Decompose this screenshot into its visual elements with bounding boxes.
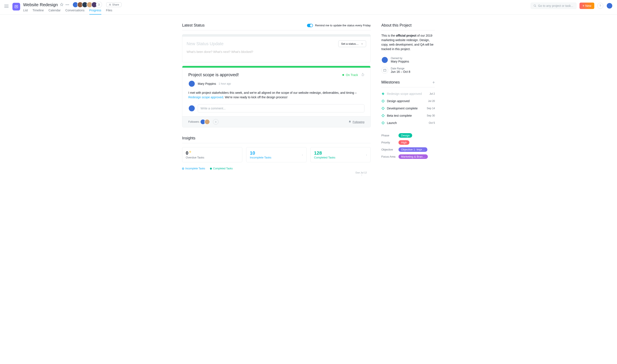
add-milestone-button[interactable]: + bbox=[432, 80, 435, 85]
cf-value-pill[interactable]: High bbox=[399, 140, 409, 145]
milestone-label: Development complete bbox=[387, 107, 417, 110]
milestones-title: Milestones bbox=[381, 80, 400, 85]
member-overflow-count[interactable]: 3 bbox=[96, 2, 102, 8]
milestone-label: Beta test complete bbox=[387, 114, 412, 117]
milestone-label: Design approved bbox=[387, 99, 410, 103]
cf-label: Focus Area bbox=[381, 155, 399, 158]
svg-rect-8 bbox=[384, 69, 386, 72]
search-icon bbox=[534, 4, 537, 7]
bell-icon bbox=[348, 120, 351, 123]
owner-name: Mary Poppins bbox=[391, 60, 409, 63]
compose-title: New Status Update bbox=[187, 41, 223, 46]
milestone-row[interactable]: Beta test completeSep 30 bbox=[381, 114, 435, 117]
custom-field-row: PhaseDesign bbox=[381, 133, 435, 138]
insight-overdue[interactable]: 0✦ Overdue Tasks bbox=[182, 147, 242, 162]
insights-title: Insights bbox=[182, 136, 195, 141]
cf-value-pill[interactable]: Objective 1: Impr… bbox=[399, 147, 427, 152]
tabs: List Timeline Calendar Conversations Pro… bbox=[23, 9, 613, 14]
set-status-dropdown[interactable]: Set a status… bbox=[338, 40, 366, 47]
add-follower-button[interactable]: + bbox=[213, 119, 218, 125]
custom-field-row: PriorityHigh bbox=[381, 140, 435, 145]
status-compose[interactable]: New Status Update Set a status… What's b… bbox=[182, 34, 371, 62]
like-button[interactable] bbox=[361, 73, 364, 77]
author-avatar[interactable] bbox=[188, 80, 195, 87]
about-title: About this Project bbox=[381, 23, 412, 28]
share-button[interactable]: Share bbox=[106, 2, 121, 7]
svg-point-6 bbox=[534, 5, 535, 6]
tab-conversations[interactable]: Conversations bbox=[65, 9, 85, 14]
project-title: Website Redesign bbox=[23, 2, 58, 7]
svg-point-5 bbox=[110, 4, 111, 5]
milestone-icon bbox=[381, 114, 385, 117]
svg-marker-12 bbox=[382, 92, 384, 95]
legend-completed[interactable]: Completed Tasks bbox=[210, 167, 233, 170]
new-button[interactable]: + New bbox=[579, 2, 594, 9]
comment-input[interactable]: Write a comment... bbox=[198, 104, 364, 112]
chevron-down-icon bbox=[361, 43, 363, 45]
cf-label: Priority bbox=[381, 141, 399, 144]
milestone-label: Redesign scope approved bbox=[387, 92, 422, 95]
status-title: Project scope is approved! bbox=[188, 72, 239, 77]
legend-incomplete[interactable]: Incomplete Tasks bbox=[182, 167, 205, 170]
tab-calendar[interactable]: Calendar bbox=[48, 9, 61, 14]
milestone-date: Sep 30 bbox=[427, 114, 435, 117]
svg-marker-16 bbox=[382, 122, 384, 124]
latest-status-title: Latest Status bbox=[182, 23, 205, 28]
chevron-right-icon: › bbox=[302, 153, 303, 156]
milestone-label: Launch bbox=[387, 121, 397, 125]
svg-point-4 bbox=[109, 4, 110, 5]
calendar-icon bbox=[381, 67, 388, 74]
svg-line-7 bbox=[535, 6, 536, 7]
commenter-avatar bbox=[188, 105, 195, 112]
tab-files[interactable]: Files bbox=[106, 9, 112, 14]
milestone-icon bbox=[381, 107, 385, 110]
chevron-right-icon: › bbox=[366, 153, 367, 156]
milestone-done-icon bbox=[381, 92, 385, 95]
about-body: This is the official project of our 2019… bbox=[381, 33, 435, 52]
remind-toggle[interactable] bbox=[307, 24, 313, 27]
follower-avatar[interactable] bbox=[204, 119, 210, 125]
date-range: Jun 16 – Oct 8 bbox=[391, 70, 410, 73]
cf-label: Phase bbox=[381, 134, 399, 137]
status-timestamp: 1 hour ago bbox=[219, 82, 231, 85]
owner-avatar[interactable] bbox=[381, 56, 388, 63]
cf-value-pill[interactable]: Marketing & Bran… bbox=[399, 154, 428, 159]
project-icon bbox=[13, 3, 20, 11]
tab-progress[interactable]: Progress bbox=[89, 9, 101, 14]
user-avatar[interactable] bbox=[606, 2, 613, 9]
date-range-label: Date Range bbox=[391, 67, 410, 70]
custom-field-row: Focus AreaMarketing & Bran… bbox=[381, 154, 435, 159]
member-avatars[interactable]: 3 bbox=[74, 2, 102, 8]
insights-due-label: Due Jul 12 bbox=[182, 171, 367, 174]
status-body-link[interactable]: Redesign scope approved bbox=[188, 95, 223, 99]
more-icon[interactable]: ••• bbox=[66, 3, 69, 6]
milestone-date: Jul 20 bbox=[428, 100, 435, 103]
insight-completed[interactable]: 128 Completed Tasks › bbox=[310, 147, 371, 162]
milestone-icon bbox=[381, 121, 385, 125]
menu-icon[interactable] bbox=[4, 5, 9, 8]
author-name: Mary Poppins bbox=[198, 82, 216, 85]
milestone-date: Oct 5 bbox=[429, 121, 435, 124]
help-button[interactable]: ? bbox=[597, 3, 603, 9]
cf-value-pill[interactable]: Design bbox=[399, 133, 412, 138]
svg-marker-14 bbox=[382, 107, 384, 110]
milestone-date: Sep 14 bbox=[427, 107, 435, 110]
status-badge: On Track bbox=[342, 73, 358, 77]
custom-field-row: ObjectiveObjective 1: Impr… bbox=[381, 147, 435, 152]
milestone-row[interactable]: Development completeSep 14 bbox=[381, 107, 435, 110]
owned-by-label: Owned by bbox=[391, 57, 409, 60]
insight-incomplete[interactable]: 10 Incomplete Tasks › bbox=[246, 147, 306, 162]
search-input[interactable]: Go to any project or task... bbox=[531, 2, 577, 9]
following-button[interactable]: Following bbox=[348, 120, 364, 124]
tab-list[interactable]: List bbox=[23, 9, 28, 14]
svg-marker-15 bbox=[382, 114, 384, 117]
milestone-row[interactable]: Design approvedJul 20 bbox=[381, 99, 435, 103]
milestone-date: Jul 2 bbox=[429, 92, 435, 95]
milestone-row[interactable]: LaunchOct 5 bbox=[381, 121, 435, 125]
status-body: I met with project stakeholders this wee… bbox=[188, 91, 364, 100]
star-icon[interactable] bbox=[60, 3, 63, 7]
followers-label: Followers bbox=[188, 120, 199, 123]
tab-timeline[interactable]: Timeline bbox=[33, 9, 44, 14]
compose-placeholder[interactable]: What's been done? What's next? What's bl… bbox=[187, 50, 366, 53]
milestone-row[interactable]: Redesign scope approvedJul 2 bbox=[381, 92, 435, 95]
